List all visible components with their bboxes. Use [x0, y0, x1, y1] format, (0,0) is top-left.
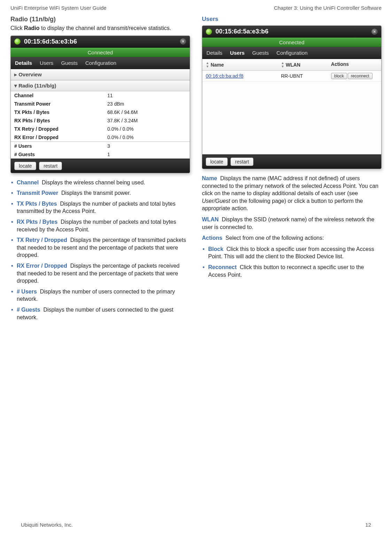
locate-button[interactable]: locate [206, 158, 228, 166]
users-heading: Users [202, 16, 382, 23]
tab-guests[interactable]: Guests [61, 60, 78, 66]
locate-button[interactable]: locate [14, 162, 36, 170]
sort-icon[interactable]: ▲▼ [281, 61, 284, 68]
name-desc: Name Displays the name (MAC address if n… [202, 175, 382, 212]
table-row: 00:16:cb:ba:ad:f8 RR-UBNT blockreconnect [202, 71, 381, 82]
radio-intro: Click Radio to display the channel and t… [10, 24, 190, 32]
tab-users[interactable]: Users [230, 50, 245, 56]
actions-bullet-list: Block Click this to block a specific use… [202, 245, 382, 278]
device-mac: 00:15:6d:5a:e3:b6 [215, 28, 268, 35]
user-wlan: RR-UBNT [277, 71, 328, 81]
restart-button[interactable]: restart [230, 158, 253, 166]
restart-button[interactable]: restart [39, 162, 62, 170]
radio-screenshot: 00:15:6d:5a:e3:b6 × Connected Details Us… [10, 36, 190, 173]
radio-bullet-list: Channel Displays the wireless channel be… [10, 179, 190, 321]
actions-desc: Actions Select from one of the following… [202, 234, 382, 242]
tab-guests[interactable]: Guests [252, 50, 269, 56]
users-screenshot: 00:15:6d:5a:e3:b6 × Connected Details Us… [202, 25, 382, 169]
status-banner: Connected [202, 38, 381, 47]
tab-configuration[interactable]: Configuration [276, 50, 307, 56]
status-led-icon [206, 29, 212, 35]
reconnect-button[interactable]: reconnect [348, 73, 373, 79]
device-mac: 00:15:6d:5a:e3:b6 [24, 38, 77, 45]
page-header: UniFi Enterprise WiFi System User Guide … [10, 5, 382, 11]
status-banner: Connected [11, 48, 190, 57]
footer-company: Ubiquiti Networks, Inc. [21, 522, 73, 528]
tab-details[interactable]: Details [206, 50, 222, 56]
tab-details[interactable]: Details [15, 60, 32, 66]
user-mac-link[interactable]: 00:16:cb:ba:ad:f8 [206, 73, 243, 79]
radio-stats-table: Channel11 Transmit Power23 dBm TX Pkts /… [11, 91, 190, 159]
close-icon[interactable]: × [180, 38, 186, 45]
footer-page: 12 [365, 522, 371, 528]
block-button[interactable]: block [331, 73, 347, 79]
header-right: Chapter 3: Using the UniFi Controller So… [274, 5, 382, 11]
header-left: UniFi Enterprise WiFi System User Guide [10, 5, 107, 11]
tab-configuration[interactable]: Configuration [85, 60, 116, 66]
sort-icon[interactable]: ▲▼ [206, 61, 209, 68]
radio-heading: Radio (11n/b/g) [10, 16, 190, 23]
accordion-radio[interactable]: Radio (11n/b/g) [11, 80, 190, 91]
status-led-icon [14, 38, 21, 45]
tab-users[interactable]: Users [40, 60, 53, 66]
close-icon[interactable]: × [371, 29, 378, 35]
tabs-row: Details Users Guests Configuration [11, 57, 190, 69]
accordion-overview[interactable]: Overview [11, 69, 190, 80]
page-footer: Ubiquiti Networks, Inc. 12 [21, 522, 371, 528]
wlan-desc: WLAN Displays the SSID (network name) of… [202, 216, 382, 231]
users-table-header: ▲▼ Name ▲▼ WLAN Actions [202, 59, 381, 71]
